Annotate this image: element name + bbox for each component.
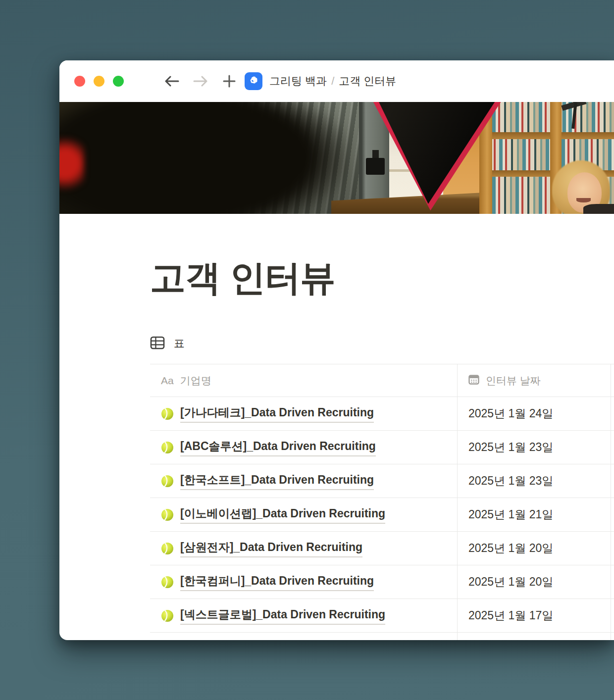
date-cell[interactable]: 2025년 1월 21일 (457, 498, 611, 531)
row-date: 2025년 1월 20일 (468, 574, 553, 590)
company-cell[interactable]: [한국소프트]_Data Driven Recruiting (150, 464, 457, 498)
date-cell[interactable]: 2025년 1월 23일 (457, 431, 611, 464)
table-header-row: Aa 기업명 인터뷰 날짜 (150, 364, 614, 397)
tennis-ball-icon (161, 407, 174, 420)
close-window-button[interactable] (74, 76, 85, 87)
date-cell[interactable]: 2025년 1월 24일 (457, 397, 611, 430)
zoom-window-button[interactable] (113, 76, 124, 87)
row-title-link[interactable]: [한국소프트]_Data Driven Recruiting (180, 472, 374, 490)
table-row: [한국컴퍼니]_Data Driven Recruiting 2025년 1월 … (150, 565, 614, 599)
date-cell[interactable]: 2025년 1월 20일 (457, 565, 611, 599)
column-label: 기업명 (180, 374, 211, 388)
column-header-interview-date[interactable]: 인터뷰 날짜 (457, 364, 611, 397)
cover-woman-shoulder (583, 204, 614, 214)
column-label: 인터뷰 날짜 (486, 374, 541, 388)
row-title-link[interactable]: [한국컴퍼니]_Data Driven Recruiting (180, 573, 374, 591)
text-property-icon: Aa (161, 375, 174, 387)
breadcrumb-parent[interactable]: 그리팅 백과 (269, 74, 327, 89)
tennis-ball-icon (161, 576, 174, 589)
cover-books (492, 177, 551, 214)
titlebar: 그리팅 백과 / 고객 인터뷰 (59, 60, 614, 102)
cover-silhouette (59, 102, 348, 214)
menu-icon[interactable] (138, 74, 151, 89)
breadcrumb-current[interactable]: 고객 인터뷰 (339, 74, 396, 89)
cover-books (492, 139, 551, 170)
table-row: [ABC솔루션]_Data Driven Recruiting 2025년 1월… (150, 431, 614, 464)
forward-arrow-icon[interactable] (193, 74, 208, 89)
cover-books (492, 102, 551, 132)
tennis-ball-icon (161, 475, 174, 488)
row-title-link[interactable]: [ABC솔루션]_Data Driven Recruiting (180, 439, 376, 456)
company-cell[interactable]: [넥스트글로벌]_Data Driven Recruiting (150, 599, 457, 632)
table-view-tab[interactable]: 표 (150, 336, 614, 351)
breadcrumb-separator: / (331, 75, 334, 88)
app-window: 그리팅 백과 / 고객 인터뷰 (59, 60, 614, 640)
cover-shelf-board (479, 132, 614, 139)
row-date: 2025년 1월 24일 (468, 406, 553, 421)
cover-image (59, 102, 614, 214)
row-date: 2025년 1월 23일 (468, 440, 553, 455)
row-date: 2025년 1월 17일 (468, 608, 553, 623)
tennis-ball-icon (161, 609, 174, 622)
breadcrumb: 그리팅 백과 / 고객 인터뷰 (269, 74, 396, 89)
table-view-icon (150, 336, 165, 351)
column-header-company[interactable]: Aa 기업명 (150, 364, 457, 397)
window-controls (74, 76, 124, 87)
table-row-partial (150, 633, 614, 640)
date-cell[interactable]: 2025년 1월 17일 (457, 599, 611, 632)
company-cell[interactable]: [이노베이션랩]_Data Driven Recruiting (150, 498, 457, 531)
row-title-link[interactable]: [넥스트글로벌]_Data Driven Recruiting (180, 607, 385, 625)
row-date: 2025년 1월 23일 (468, 473, 553, 489)
cover-red-blob (59, 131, 84, 196)
page-title: 고객 인터뷰 (150, 256, 614, 299)
table-row: [이노베이션랩]_Data Driven Recruiting 2025년 1월… (150, 498, 614, 532)
row-title-link[interactable]: [삼원전자]_Data Driven Recruiting (180, 540, 362, 557)
table-view-label: 표 (174, 336, 185, 351)
cover-clamp (366, 158, 385, 175)
company-cell[interactable]: [삼원전자]_Data Driven Recruiting (150, 532, 457, 565)
row-title-link[interactable]: [이노베이션랩]_Data Driven Recruiting (180, 506, 385, 524)
row-title-link[interactable]: [가나다테크]_Data Driven Recruiting (180, 405, 374, 423)
table-row: [넥스트글로벌]_Data Driven Recruiting 2025년 1월… (150, 599, 614, 633)
table-row: [삼원전자]_Data Driven Recruiting 2025년 1월 2… (150, 532, 614, 565)
minimize-window-button[interactable] (94, 76, 104, 87)
tennis-ball-icon (161, 542, 174, 555)
tennis-ball-icon (161, 508, 174, 521)
company-cell[interactable]: [ABC솔루션]_Data Driven Recruiting (150, 431, 457, 464)
back-arrow-icon[interactable] (164, 74, 179, 89)
date-cell[interactable]: 2025년 1월 20일 (457, 532, 611, 565)
row-date: 2025년 1월 20일 (468, 541, 553, 556)
table-row: [가나다테크]_Data Driven Recruiting 2025년 1월 … (150, 397, 614, 431)
app-logo-icon[interactable] (245, 72, 262, 90)
company-cell[interactable]: [가나다테크]_Data Driven Recruiting (150, 397, 457, 430)
table-body: [가나다테크]_Data Driven Recruiting 2025년 1월 … (150, 397, 614, 633)
database-table: Aa 기업명 인터뷰 날짜 [가나다테 (150, 364, 614, 640)
table-row: [한국소프트]_Data Driven Recruiting 2025년 1월 … (150, 464, 614, 498)
company-cell[interactable]: [한국컴퍼니]_Data Driven Recruiting (150, 565, 457, 599)
tennis-ball-icon (161, 441, 174, 454)
calendar-icon (468, 374, 479, 387)
new-tab-plus-icon[interactable] (222, 74, 237, 89)
date-cell[interactable]: 2025년 1월 23일 (457, 464, 611, 498)
row-date: 2025년 1월 21일 (468, 507, 553, 522)
